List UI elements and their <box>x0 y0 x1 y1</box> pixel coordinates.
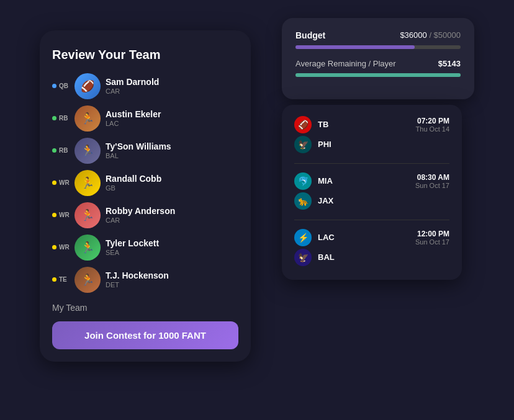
player-name-tj: T.J. Hockenson <box>106 270 238 281</box>
player-info-tj: T.J. Hockenson DET <box>106 270 238 289</box>
dot-rb2 <box>52 148 56 153</box>
game-matchup-mia: 🐬 MIA 08:30 AM Sun Oct 17 <box>294 172 449 190</box>
pos-label-qb: QB <box>59 83 68 89</box>
budget-progress-fill <box>295 45 415 49</box>
pos-label-rb1: RB <box>59 115 68 122</box>
game-matchup-phi: 🦅 PHI <box>294 136 449 153</box>
players-list: QB 🏈 Sam Darnold CAR RB 🏃 Austin Ekeler … <box>52 73 238 293</box>
position-wr2: WR <box>52 212 70 218</box>
my-team-label: My Team <box>52 303 238 313</box>
player-row: WR 🏃 Randall Cobb GB <box>52 170 238 196</box>
logo-lac: ⚡ <box>294 229 312 246</box>
logo-bal: 🦅 <box>294 249 312 266</box>
game-block-2: 🐬 MIA 08:30 AM Sun Oct 17 🐆 JAX <box>294 172 449 210</box>
dot-wr3 <box>52 245 56 249</box>
pos-label-wr3: WR <box>59 244 70 251</box>
dot-qb <box>52 84 56 88</box>
player-row: RB 🏃 Ty'Son Williams BAL <box>52 138 238 164</box>
position-rb2: RB <box>52 147 70 154</box>
avg-progress-fill <box>295 73 461 77</box>
budget-progress-bg <box>295 45 461 49</box>
game-time-2: 08:30 AM <box>415 173 449 182</box>
player-team-austin: LAC <box>106 120 238 127</box>
avg-value: $5143 <box>438 59 461 68</box>
game-block-3: ⚡ LAC 12:00 PM Sun Oct 17 🦅 BAL <box>294 229 449 266</box>
game-matchup-tb-phi: 🏈 TB 07:20 PM Thu Oct 14 <box>294 116 449 133</box>
logo-phi: 🦅 <box>294 136 312 153</box>
position-rb1: RB <box>52 115 70 122</box>
game-time-1: 07:20 PM <box>416 117 449 125</box>
dot-wr2 <box>52 213 56 217</box>
logo-tb: 🏈 <box>294 116 312 133</box>
game-matchup-bal: 🦅 BAL <box>294 249 449 266</box>
player-name-tyler: Tyler Lockett <box>106 238 238 249</box>
player-row: QB 🏈 Sam Darnold CAR <box>52 73 238 99</box>
main-card: Review Your Team QB 🏈 Sam Darnold CAR RB <box>40 30 251 362</box>
game-date-2: Sun Oct 17 <box>415 182 449 189</box>
budget-label: Budget <box>295 30 325 40</box>
avatar-robby: 🏃 <box>74 202 101 228</box>
player-team-randall: GB <box>106 184 238 192</box>
player-name-robby: Robby Anderson <box>106 206 238 217</box>
game-divider-1 <box>294 163 449 164</box>
logo-jax: 🐆 <box>294 192 312 210</box>
logo-mia: 🐬 <box>294 172 312 190</box>
scene: Budget $36000 / $50000 Average Remaining… <box>40 18 474 403</box>
team-name-phi: PHI <box>318 140 348 149</box>
budget-separator: / <box>427 30 434 40</box>
player-row: TE 🏃 T.J. Hockenson DET <box>52 267 238 293</box>
player-name-tyson: Ty'Son Williams <box>106 141 238 152</box>
player-info-tyson: Ty'Son Williams BAL <box>106 141 238 160</box>
player-info-robby: Robby Anderson CAR <box>106 206 238 225</box>
game-date-3: Sun Oct 17 <box>415 238 449 246</box>
player-team-tyler: SEA <box>106 249 238 256</box>
budget-value: $36000 / $50000 <box>400 30 461 40</box>
player-team-sam: CAR <box>106 87 238 95</box>
avatar-austin: 🏃 <box>74 105 101 132</box>
avatar-tj: 🏃 <box>74 267 101 293</box>
games-card: 🏈 TB 07:20 PM Thu Oct 14 🦅 PHI 🐬 MIA 08:… <box>282 105 462 280</box>
position-wr3: WR <box>52 244 70 251</box>
avatar-randall: 🏃 <box>74 170 101 196</box>
player-info-randall: Randall Cobb GB <box>106 174 238 192</box>
avatar-sam: 🏈 <box>74 73 101 99</box>
team-name-jax: JAX <box>318 196 348 205</box>
player-row: WR 🏃 Tyler Lockett SEA <box>52 235 238 261</box>
player-name-austin: Austin Ekeler <box>106 109 238 120</box>
game-time-block-1: 07:20 PM Thu Oct 14 <box>416 117 449 133</box>
game-date-1: Thu Oct 14 <box>416 125 449 133</box>
player-info-tyler: Tyler Lockett SEA <box>106 238 238 257</box>
budget-row: Budget $36000 / $50000 <box>295 30 461 40</box>
game-matchup-jax: 🐆 JAX <box>294 192 449 210</box>
card-title: Review Your Team <box>52 48 238 62</box>
player-row: RB 🏃 Austin Ekeler LAC <box>52 105 238 132</box>
pos-label-wr2: WR <box>59 212 70 218</box>
budget-total: $50000 <box>434 30 461 40</box>
dot-rb1 <box>52 116 56 120</box>
game-time-block-2: 08:30 AM Sun Oct 17 <box>415 173 449 189</box>
dot-wr1 <box>52 181 56 185</box>
avatar-tyson: 🏃 <box>74 138 101 164</box>
game-divider-2 <box>294 220 449 220</box>
team-name-bal: BAL <box>318 252 348 262</box>
team-name-lac: LAC <box>318 233 348 242</box>
player-info-sam: Sam Darnold CAR <box>106 77 238 96</box>
budget-card: Budget $36000 / $50000 Average Remaining… <box>282 18 474 99</box>
pos-label-te: TE <box>59 276 67 283</box>
game-matchup-lac: ⚡ LAC 12:00 PM Sun Oct 17 <box>294 229 449 246</box>
game-block-1: 🏈 TB 07:20 PM Thu Oct 14 🦅 PHI <box>294 116 449 153</box>
avg-row: Average Remaining / Player $5143 <box>295 59 461 68</box>
avg-label: Average Remaining / Player <box>295 59 396 68</box>
pos-label-rb2: RB <box>59 147 68 154</box>
avatar-tyler: 🏃 <box>74 235 101 261</box>
join-contest-button[interactable]: Join Contest for 1000 FANT <box>52 321 238 349</box>
game-time-3: 12:00 PM <box>415 230 449 238</box>
team-name-tb: TB <box>318 120 348 129</box>
pos-label-wr1: WR <box>59 179 70 186</box>
position-wr1: WR <box>52 179 70 186</box>
player-row: WR 🏃 Robby Anderson CAR <box>52 202 238 228</box>
player-team-tj: DET <box>106 281 238 288</box>
position-qb: QB <box>52 83 70 89</box>
dot-te <box>52 277 56 282</box>
player-team-robby: CAR <box>106 217 238 224</box>
